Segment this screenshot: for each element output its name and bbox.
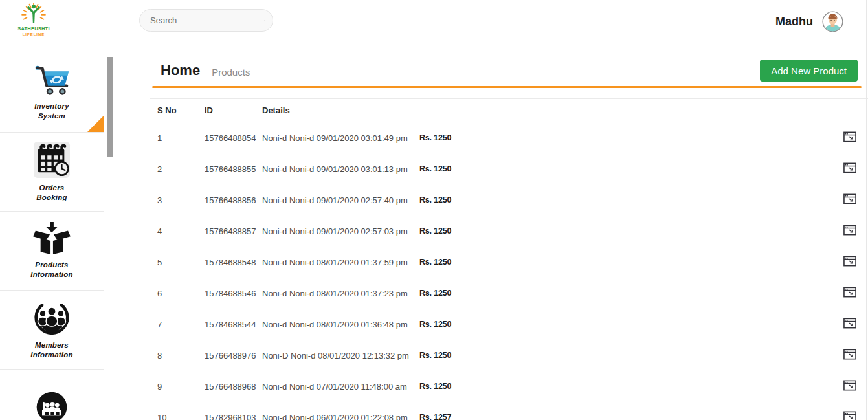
cell-id: 15784688544	[205, 320, 262, 329]
add-new-product-button[interactable]: Add New Product	[760, 60, 858, 82]
calendar-clock-icon	[33, 141, 71, 179]
search-box	[139, 9, 273, 32]
open-box-icon	[33, 222, 71, 256]
cell-details: Noni-d Noni-d 09/01/2020 03:01:49 pm Rs.…	[262, 133, 842, 143]
open-product-button[interactable]	[842, 379, 858, 394]
sidebar-item-products-information[interactable]: ProductsInformation	[0, 212, 104, 291]
top-bar: SATHPUSHTI LIFELINE Madhu	[0, 0, 868, 43]
open-product-button[interactable]	[842, 348, 858, 363]
product-price: Rs. 1250	[419, 164, 451, 173]
cell-details: Noni-d Noni-d 09/01/2020 03:01:13 pm Rs.…	[262, 164, 842, 174]
cell-sno: 9	[150, 382, 205, 392]
open-product-button[interactable]	[842, 192, 858, 208]
cell-id: 15784688546	[205, 289, 262, 298]
sidebar-scrollbar-thumb[interactable]	[107, 57, 113, 157]
cell-sno: 3	[150, 195, 205, 205]
product-details-text: Noni-d Noni-d 09/01/2020 02:57:40 pm	[262, 195, 419, 205]
cell-details: Noni-d Noni-d 08/01/2020 01:37:59 pm Rs.…	[262, 258, 842, 267]
sidebar: InventorySystem OrdersBooking	[0, 44, 150, 420]
brand-name: SATHPUSHTI	[17, 26, 50, 32]
product-price: Rs. 1250	[419, 320, 451, 329]
open-window-icon	[843, 287, 856, 300]
cell-id: 15766488855	[205, 164, 262, 174]
page-header: Home Products Add New Product	[150, 44, 868, 82]
cell-sno: 10	[150, 413, 205, 420]
cell-details: Noni-d Noni-d 09/01/2020 02:57:40 pm Rs.…	[262, 195, 842, 205]
open-window-icon	[843, 225, 856, 238]
table-row: 6 15784688546 Noni-d Noni-d 08/01/2020 0…	[150, 278, 868, 309]
product-price: Rs. 1250	[419, 351, 451, 360]
brand-tagline: LIFELINE	[17, 32, 50, 36]
open-window-icon	[843, 131, 856, 144]
sidebar-item-members-information[interactable]: MembersInformation	[0, 291, 104, 370]
table-row: 4 15766488857 Noni-d Noni-d 09/01/2020 0…	[150, 216, 868, 247]
open-window-icon	[843, 349, 856, 362]
avatar-icon[interactable]	[822, 11, 843, 32]
people-group-icon	[34, 300, 70, 336]
open-product-button[interactable]	[842, 285, 858, 301]
cell-id: 15766488856	[205, 195, 262, 205]
cell-id: 15782968103	[205, 413, 262, 420]
open-window-icon	[843, 256, 856, 269]
product-price: Rs. 1250	[419, 133, 451, 142]
open-product-button[interactable]	[842, 254, 858, 270]
staff-circle-icon	[36, 391, 68, 420]
cell-id: 15766488968	[205, 382, 262, 392]
table-row: 9 15766488968 Noni-d Noni-d 07/01/2020 1…	[150, 371, 868, 402]
open-window-icon	[843, 411, 856, 420]
title-underline	[152, 86, 862, 88]
product-price: Rs. 1250	[419, 289, 451, 298]
cell-details: Noni-d Noni-d 09/01/2020 02:57:03 pm Rs.…	[262, 227, 842, 236]
cell-sno: 8	[150, 351, 205, 360]
cell-sno: 4	[150, 227, 205, 236]
product-details-text: Noni-d Noni-d 06/01/2020 01:22:08 pm	[262, 413, 419, 420]
product-price: Rs. 1250	[419, 382, 451, 391]
cell-details: Noni-d Noni-d 06/01/2020 01:22:08 pm Rs.…	[262, 413, 842, 420]
brand-logo: SATHPUSHTI LIFELINE	[17, 1, 50, 36]
product-price: Rs. 1250	[419, 195, 451, 204]
sidebar-item-label: InventorySystem	[34, 102, 69, 121]
cell-sno: 5	[150, 258, 205, 267]
open-product-button[interactable]	[842, 161, 858, 177]
main-content: Home Products Add New Product S No ID De…	[150, 44, 868, 420]
open-product-button[interactable]	[842, 316, 858, 332]
table-row: 8 15766488976 Noni-D Noni-d 08/01/2020 1…	[150, 340, 868, 371]
cell-sno: 7	[150, 320, 205, 329]
products-table-header: S No ID Details	[150, 98, 868, 122]
products-table-body: 1 15766488854 Noni-d Noni-d 09/01/2020 0…	[150, 122, 868, 420]
open-window-icon	[843, 193, 856, 206]
sidebar-item-inventory-system[interactable]: InventorySystem	[0, 44, 104, 133]
search-input[interactable]	[150, 16, 264, 25]
app-window: SATHPUSHTI LIFELINE Madhu	[0, 0, 868, 420]
open-product-button[interactable]	[842, 223, 858, 239]
product-details-text: Noni-d Noni-d 09/01/2020 02:57:03 pm	[262, 227, 419, 236]
table-row: 10 15782968103 Noni-d Noni-d 06/01/2020 …	[150, 402, 868, 420]
search-icon[interactable]	[264, 14, 265, 28]
sidebar-item-label: OrdersBooking	[36, 183, 67, 203]
sidebar-item-staff-information[interactable]	[0, 370, 104, 420]
table-row: 3 15766488856 Noni-d Noni-d 09/01/2020 0…	[150, 184, 868, 216]
open-product-button[interactable]	[842, 130, 858, 146]
sidebar-item-orders-booking[interactable]: OrdersBooking	[0, 133, 104, 212]
product-details-text: Noni-d Noni-d 08/01/2020 01:36:48 pm	[262, 320, 419, 329]
product-details-text: Noni-d Noni-d 07/01/2020 11:48:00 am	[262, 382, 419, 392]
cell-id: 15766488854	[205, 133, 262, 143]
user-menu[interactable]: Madhu	[775, 0, 843, 43]
table-row: 7 15784688544 Noni-d Noni-d 08/01/2020 0…	[150, 309, 868, 340]
product-details-text: Noni-d Noni-d 09/01/2020 03:01:13 pm	[262, 164, 419, 174]
page-subtitle: Products	[212, 63, 250, 78]
open-window-icon	[843, 380, 856, 393]
cell-id: 15766488857	[205, 227, 262, 236]
column-header-details: Details	[262, 105, 868, 115]
sidebar-nav: InventorySystem OrdersBooking	[0, 44, 104, 420]
open-window-icon	[843, 162, 856, 175]
cart-sync-icon	[32, 63, 72, 97]
open-product-button[interactable]	[842, 410, 858, 420]
page-title: Home	[161, 62, 200, 79]
cell-sno: 1	[150, 133, 205, 143]
person-rays-logo-icon	[18, 1, 49, 25]
column-header-id: ID	[205, 105, 262, 115]
cell-details: Noni-d Noni-d 07/01/2020 11:48:00 am Rs.…	[262, 382, 842, 392]
product-details-text: Noni-d Noni-d 08/01/2020 01:37:59 pm	[262, 258, 419, 267]
cell-details: Noni-d Noni-d 08/01/2020 01:36:48 pm Rs.…	[262, 320, 842, 329]
